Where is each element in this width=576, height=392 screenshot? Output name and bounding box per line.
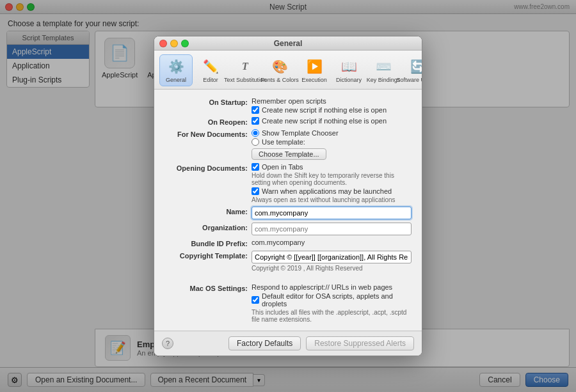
toolbar-fontscolors-label: Fonts & Colors (260, 77, 299, 83)
toolbar-keybindings-label: Key Bindings (367, 77, 401, 83)
warnapps-row: Warn when applications may be launched (252, 187, 412, 195)
toolbar-keybindings[interactable]: ⌨️ Key Bindings (367, 54, 400, 86)
openingdocs-label: Opening Documents: (164, 163, 248, 172)
name-input[interactable] (252, 207, 412, 219)
copyright-value: Copyright © 2019 , All Rights Reserved (252, 251, 412, 272)
onstartup-checkbox-row: Create new script if nothing else is ope… (252, 106, 412, 114)
name-value (252, 207, 412, 219)
onstartup-label: On Startup: (164, 97, 248, 106)
defaulteditor-row: Default editor for OSA scripts, applets … (252, 292, 412, 308)
toolbar-general-label: General (166, 77, 186, 83)
macossettings-row: Mac OS Settings: Respond to applescript:… (164, 283, 412, 323)
usetemplate-label: Use template: (262, 138, 305, 146)
organization-row: Organization: (164, 223, 412, 235)
textsubstitution-icon: T (236, 58, 254, 75)
showtemplate-radio-row: Show Template Chooser (252, 129, 412, 137)
warnapps-checkbox[interactable] (252, 187, 259, 195)
onreopen-value: Create new script if nothing else is ope… (252, 117, 412, 125)
defaulteditor-helper: This includes all files with the .apples… (252, 309, 412, 323)
usetemplate-radio[interactable] (252, 138, 259, 146)
openintabs-label: Open in Tabs (262, 163, 303, 171)
onreopen-row: On Reopen: Create new script if nothing … (164, 117, 412, 126)
dialog-content: On Startup: Remember open scripts Create… (154, 90, 422, 331)
toolbar-execution-label: Execution (301, 77, 327, 83)
onstartup-checkbox[interactable] (252, 106, 259, 114)
defaulteditor-label: Default editor for OSA scripts, applets … (262, 292, 412, 308)
openingdocs-row: Opening Documents: Open in Tabs Hold dow… (164, 163, 412, 203)
execution-icon: ▶️ (305, 58, 323, 75)
toolbar-dictionary-label: Dictionary (336, 77, 362, 83)
dialog-titlebar: General (154, 36, 422, 51)
bundleid-value: com.mycompany (252, 239, 412, 246)
copyright-label: Copyright Template: (164, 251, 248, 260)
factory-defaults-button[interactable]: Factory Defaults (228, 336, 301, 350)
dialog-title: General (274, 39, 303, 48)
holdshift-helper: Hold down the Shift key to temporarily r… (252, 172, 412, 186)
restore-alerts-button[interactable]: Restore Suppressed Alerts (306, 336, 414, 350)
softwareupdate-icon: 🔄 (409, 58, 422, 75)
organization-label: Organization: (164, 223, 248, 231)
toolbar-execution[interactable]: ▶️ Execution (298, 54, 331, 86)
alwaysopentext-helper: Always open as text without launching ap… (252, 196, 412, 203)
toolbar-fontscolors[interactable]: 🎨 Fonts & Colors (263, 54, 296, 86)
fornewdocs-value: Show Template Chooser Use template: Choo… (252, 129, 412, 160)
showtemplate-radio[interactable] (252, 129, 259, 137)
warnapps-label: Warn when applications may be launched (262, 187, 392, 195)
copyright-row: Copyright Template: Copyright © 2019 , A… (164, 251, 412, 272)
editor-icon: ✏️ (202, 58, 220, 75)
onstartup-create-label: Create new script if nothing else is ope… (262, 106, 387, 114)
toolbar-dictionary[interactable]: 📖 Dictionary (332, 54, 365, 86)
onstartup-value: Remember open scripts Create new script … (252, 97, 412, 114)
dialog-close-button[interactable] (159, 40, 167, 47)
bundleid-row: Bundle ID Prefix: com.mycompany (164, 239, 412, 247)
help-button[interactable]: ? (162, 338, 173, 349)
openintabs-row: Open in Tabs (252, 163, 412, 171)
copyright-input[interactable] (252, 251, 412, 263)
onstartup-remember: Remember open scripts (252, 97, 412, 105)
divider (164, 275, 412, 280)
dialog-maximize-button[interactable] (181, 40, 189, 47)
openingdocs-value: Open in Tabs Hold down the Shift key to … (252, 163, 412, 203)
openintabs-checkbox[interactable] (252, 163, 259, 171)
fornewdocs-label: For New Documents: (164, 129, 248, 138)
name-row: Name: (164, 207, 412, 219)
modal-overlay: General ⚙️ General ✏️ Editor T Text Subs… (0, 0, 576, 392)
keybindings-icon: ⌨️ (374, 58, 392, 75)
onreopen-checkbox[interactable] (252, 117, 259, 125)
showtemplate-label: Show Template Chooser (262, 129, 339, 137)
preferences-toolbar: ⚙️ General ✏️ Editor T Text Substitution… (154, 51, 422, 90)
dictionary-icon: 📖 (340, 58, 358, 75)
fontscolors-icon: 🎨 (271, 58, 289, 75)
defaulteditor-checkbox[interactable] (252, 296, 259, 304)
usetemplate-radio-row: Use template: (252, 138, 412, 146)
macossettings-label: Mac OS Settings: (164, 283, 248, 292)
onreopen-create-label: Create new script if nothing else is ope… (262, 117, 387, 125)
bundleid-text: com.mycompany (252, 239, 412, 246)
toolbar-editor[interactable]: ✏️ Editor (194, 54, 227, 86)
organization-input[interactable] (252, 223, 412, 235)
general-dialog: General ⚙️ General ✏️ Editor T Text Subs… (154, 36, 422, 356)
respond-applescript-label: Respond to applescript:// URLs in web pa… (252, 283, 412, 291)
form-section: On Startup: Remember open scripts Create… (164, 97, 412, 323)
choose-template-button[interactable]: Choose Template... (252, 148, 326, 160)
onstartup-row: On Startup: Remember open scripts Create… (164, 97, 412, 114)
fornewdocs-row: For New Documents: Show Template Chooser… (164, 129, 412, 160)
general-icon: ⚙️ (167, 58, 185, 75)
toolbar-textsubstitution-label: Text Substitution (224, 77, 266, 83)
dialog-titlebar-buttons (159, 40, 189, 47)
dialog-minimize-button[interactable] (170, 40, 178, 47)
dialog-footer-right: Factory Defaults Restore Suppressed Aler… (228, 336, 414, 350)
toolbar-softwareupdate[interactable]: 🔄 Software Update (401, 54, 422, 86)
toolbar-softwareupdate-label: Software Update (396, 77, 422, 83)
toolbar-editor-label: Editor (203, 77, 218, 83)
onreopen-checkbox-row: Create new script if nothing else is ope… (252, 117, 412, 125)
bundleid-label: Bundle ID Prefix: (164, 239, 248, 247)
organization-value (252, 223, 412, 235)
onreopen-label: On Reopen: (164, 117, 248, 126)
macossettings-value: Respond to applescript:// URLs in web pa… (252, 283, 412, 323)
dialog-footer: ? Factory Defaults Restore Suppressed Al… (154, 331, 422, 356)
toolbar-textsubstitution[interactable]: T Text Substitution (228, 54, 262, 86)
name-label: Name: (164, 207, 248, 216)
copyright-helper: Copyright © 2019 , All Rights Reserved (252, 265, 412, 272)
toolbar-general[interactable]: ⚙️ General (159, 54, 193, 86)
